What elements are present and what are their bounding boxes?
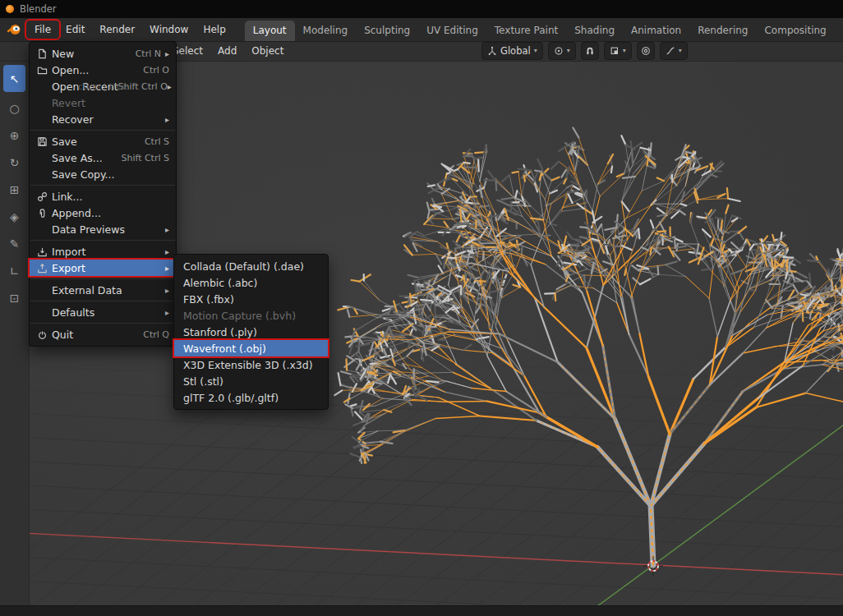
menu-item-stanford-ply[interactable]: Stanford (.ply) xyxy=(174,324,328,340)
menu-render[interactable]: Render xyxy=(92,21,142,38)
menu-item-stl-stl[interactable]: Stl (.stl) xyxy=(174,373,328,389)
tab-animation[interactable]: Animation xyxy=(623,21,689,41)
select-box-tool[interactable]: ↖ xyxy=(3,65,25,92)
tab-uv-editing[interactable]: UV Editing xyxy=(418,21,486,41)
snap-target-dropdown[interactable]: ▾ xyxy=(604,42,632,60)
submenu-arrow-icon: ▸ xyxy=(161,49,169,58)
proportional-falloff-dropdown[interactable]: ▾ xyxy=(660,42,688,60)
menu-item-wavefront-obj[interactable]: Wavefront (.obj) xyxy=(174,340,328,356)
menu-item-import[interactable]: Import▸ xyxy=(30,243,176,260)
menu-item-recover[interactable]: Recover▸ xyxy=(30,111,176,127)
transform-tool[interactable]: ◈ xyxy=(3,206,25,228)
menu-item-fbx-fbx[interactable]: FBX (.fbx) xyxy=(174,291,328,307)
menu-item-label: Import xyxy=(52,246,86,258)
measure-tool[interactable]: ∟ xyxy=(3,260,25,282)
menu-item-label: Revert xyxy=(52,97,85,109)
menu-item-link[interactable]: Link... xyxy=(30,188,176,205)
menu-item-external-data[interactable]: External Data▸ xyxy=(30,282,176,298)
tab-layout[interactable]: Layout xyxy=(245,21,295,41)
menu-item-open-recent[interactable]: Open RecentShift Ctrl O▸ xyxy=(30,78,176,94)
menu-separator xyxy=(30,301,175,301)
menu-item-data-previews[interactable]: Data Previews▸ xyxy=(30,221,176,237)
submenu-arrow-icon: ▸ xyxy=(161,264,169,273)
menu-item-alembic-abc[interactable]: Alembic (.abc) xyxy=(174,274,328,291)
menu-item-label: Save As... xyxy=(52,152,103,164)
snap-toggle-button[interactable] xyxy=(581,42,599,60)
menu-item-label: Alembic (.abc) xyxy=(183,277,257,289)
power-icon xyxy=(35,329,49,340)
menu-item-label: FBX (.fbx) xyxy=(183,293,234,306)
menu-separator xyxy=(30,240,175,241)
menu-item-label: Save xyxy=(52,136,77,148)
submenu-arrow-icon: ▸ xyxy=(161,115,169,124)
blender-logo-icon[interactable] xyxy=(0,24,27,35)
rotate-tool[interactable]: ↻ xyxy=(3,152,25,173)
menu-help[interactable]: Help xyxy=(196,21,233,38)
menu-item-open[interactable]: Open...Ctrl O xyxy=(30,62,176,78)
menu-item-save-as[interactable]: Save As...Shift Ctrl S xyxy=(30,149,176,166)
status-bar xyxy=(0,605,843,616)
export-icon xyxy=(35,263,49,274)
menu-item-label: Recover xyxy=(52,113,94,126)
menu-item-label: Save Copy... xyxy=(52,168,115,181)
menu-item-label: X3D Extensible 3D (.x3d) xyxy=(183,359,313,371)
menu-item-quit[interactable]: QuitCtrl Q xyxy=(30,326,176,342)
export-submenu: Collada (Default) (.dae)Alembic (.abc)FB… xyxy=(173,254,329,410)
menu-item-shortcut: Ctrl S xyxy=(145,136,169,147)
tab-modeling[interactable]: Modeling xyxy=(295,21,357,41)
move-tool[interactable]: ⊕ xyxy=(3,125,25,146)
annotate-tool[interactable]: ✎ xyxy=(3,233,25,255)
menu-item-motion-capture-bvh: Motion Capture (.bvh) xyxy=(174,307,328,324)
menu-file[interactable]: File xyxy=(27,21,58,38)
menu-item-x3d-extensible-3d-x3d[interactable]: X3D Extensible 3D (.x3d) xyxy=(174,356,328,373)
tab-shading[interactable]: Shading xyxy=(566,21,623,41)
menu-item-export[interactable]: Export▸ xyxy=(30,260,176,276)
submenu-arrow-icon: ▸ xyxy=(161,308,169,317)
transform-orientation-icon xyxy=(487,46,497,56)
viewport-menu-add[interactable]: Add xyxy=(211,43,243,59)
tab-rendering[interactable]: Rendering xyxy=(689,21,756,41)
menu-item-save-copy[interactable]: Save Copy... xyxy=(30,166,176,182)
viewport-header-controls: Global ▾ ▾ ▾ xyxy=(481,41,688,61)
menu-item-label: Motion Capture (.bvh) xyxy=(183,310,296,322)
tab-compositing[interactable]: Compositing xyxy=(756,21,834,41)
menu-edit[interactable]: Edit xyxy=(58,21,92,38)
menu-item-collada-default-dae[interactable]: Collada (Default) (.dae) xyxy=(174,258,328,274)
pivot-point-dropdown[interactable]: ▾ xyxy=(548,42,576,60)
tab-texture-paint[interactable]: Texture Paint xyxy=(486,21,566,41)
tab-sculpting[interactable]: Sculpting xyxy=(356,21,418,41)
menu-item-label: Wavefront (.obj) xyxy=(183,342,266,355)
chevron-down-icon: ▾ xyxy=(534,48,537,54)
menu-item-label: Defaults xyxy=(52,306,94,319)
menu-item-new[interactable]: NewCtrl N▸ xyxy=(30,45,176,62)
viewport-menu-object[interactable]: Object xyxy=(245,43,290,59)
menu-item-shortcut: Ctrl Q xyxy=(143,329,169,340)
scale-tool[interactable]: ⊞ xyxy=(3,179,25,200)
menu-item-gltf-2-0-glb-gltf[interactable]: glTF 2.0 (.glb/.gltf) xyxy=(174,389,328,406)
menu-item-save[interactable]: SaveCtrl S xyxy=(30,133,176,149)
menu-item-defaults[interactable]: Defaults▸ xyxy=(30,304,176,320)
tool-shelf: ↖○⊕↻⊞◈✎∟⊡ xyxy=(0,61,30,606)
menu-separator xyxy=(30,323,175,324)
submenu-arrow-icon: ▸ xyxy=(161,247,169,256)
tab-scripting[interactable]: Scripting xyxy=(835,21,843,41)
file-icon xyxy=(35,48,49,59)
blender-window: { "titlebar": { "app_name": "Blender" },… xyxy=(0,0,843,616)
proportional-editing-toggle[interactable] xyxy=(637,42,655,60)
menu-window[interactable]: Window xyxy=(142,21,196,38)
menu-item-append[interactable]: Append... xyxy=(30,205,176,221)
add-cube-tool[interactable]: ⊡ xyxy=(3,287,25,309)
transform-orientation-dropdown[interactable]: Global ▾ xyxy=(481,42,543,60)
menu-separator xyxy=(30,130,175,131)
submenu-arrow-icon: ▸ xyxy=(161,286,169,295)
topbar: FileEditRenderWindowHelp LayoutModelingS… xyxy=(0,18,843,42)
menu-item-revert: Revert xyxy=(30,94,176,111)
save-icon xyxy=(35,136,49,147)
menu-item-shortcut: Shift Ctrl S xyxy=(121,153,169,163)
menu-item-shortcut: Ctrl N xyxy=(136,48,161,59)
window-title: Blender xyxy=(20,3,57,15)
menu-item-label: Stl (.stl) xyxy=(183,375,223,388)
menu-item-label: Link... xyxy=(52,191,83,203)
menu-item-label: External Data xyxy=(52,284,122,297)
cursor-tool[interactable]: ○ xyxy=(3,98,25,119)
